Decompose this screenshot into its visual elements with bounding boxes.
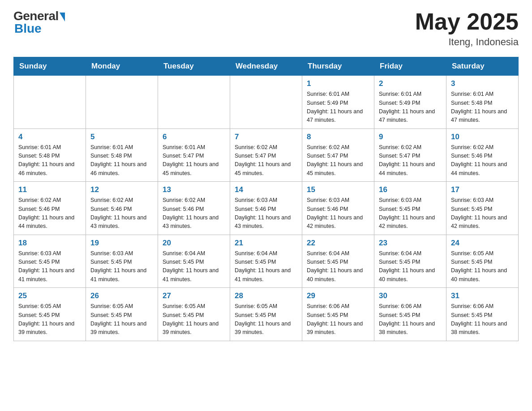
- calendar-day-cell: 6Sunrise: 6:01 AMSunset: 5:47 PMDaylight…: [158, 128, 230, 182]
- day-number: 29: [307, 291, 369, 300]
- day-number: 20: [163, 239, 225, 248]
- day-number: 26: [90, 291, 153, 300]
- calendar-week-row: 25Sunrise: 6:05 AMSunset: 5:45 PMDayligh…: [14, 288, 519, 341]
- calendar-day-cell: 23Sunrise: 6:04 AMSunset: 5:45 PMDayligh…: [374, 235, 446, 288]
- day-info: Sunrise: 6:05 AMSunset: 5:45 PMDaylight:…: [18, 302, 81, 337]
- col-header-sunday: Sunday: [14, 57, 86, 76]
- day-info: Sunrise: 6:01 AMSunset: 5:48 PMDaylight:…: [18, 143, 81, 178]
- day-number: 30: [379, 291, 442, 300]
- day-info: Sunrise: 6:05 AMSunset: 5:45 PMDaylight:…: [90, 302, 153, 337]
- col-header-monday: Monday: [86, 57, 158, 76]
- calendar-day-cell: 27Sunrise: 6:05 AMSunset: 5:45 PMDayligh…: [158, 288, 230, 341]
- day-number: 11: [18, 185, 81, 194]
- calendar-table: SundayMondayTuesdayWednesdayThursdayFrid…: [13, 57, 519, 341]
- day-number: 3: [451, 79, 514, 88]
- day-info: Sunrise: 6:02 AMSunset: 5:47 PMDaylight:…: [307, 143, 369, 178]
- day-info: Sunrise: 6:01 AMSunset: 5:48 PMDaylight:…: [451, 90, 514, 125]
- calendar-day-cell: 29Sunrise: 6:06 AMSunset: 5:45 PMDayligh…: [302, 288, 374, 341]
- day-number: 9: [379, 133, 442, 141]
- day-number: 15: [307, 185, 369, 194]
- day-number: 2: [379, 79, 442, 88]
- day-info: Sunrise: 6:02 AMSunset: 5:46 PMDaylight:…: [163, 196, 225, 231]
- calendar-day-cell: 14Sunrise: 6:03 AMSunset: 5:46 PMDayligh…: [230, 182, 302, 235]
- day-number: 21: [235, 239, 297, 248]
- page-header: General Blue May 2025 Iteng, Indonesia: [13, 9, 519, 48]
- day-number: 12: [90, 185, 153, 194]
- calendar-day-cell: 16Sunrise: 6:03 AMSunset: 5:45 PMDayligh…: [374, 182, 446, 235]
- logo: General Blue: [13, 9, 65, 36]
- day-info: Sunrise: 6:04 AMSunset: 5:45 PMDaylight:…: [379, 249, 442, 284]
- day-info: Sunrise: 6:03 AMSunset: 5:46 PMDaylight:…: [307, 196, 369, 231]
- calendar-day-cell: 21Sunrise: 6:04 AMSunset: 5:45 PMDayligh…: [230, 235, 302, 288]
- calendar-day-cell: [14, 76, 86, 129]
- day-info: Sunrise: 6:03 AMSunset: 5:45 PMDaylight:…: [379, 196, 442, 231]
- day-info: Sunrise: 6:02 AMSunset: 5:46 PMDaylight:…: [18, 196, 81, 231]
- day-number: 16: [379, 185, 442, 194]
- day-number: 18: [18, 239, 81, 248]
- calendar-day-cell: [230, 76, 302, 129]
- day-number: 31: [451, 291, 514, 300]
- day-info: Sunrise: 6:02 AMSunset: 5:47 PMDaylight:…: [379, 143, 442, 178]
- calendar-day-cell: 7Sunrise: 6:02 AMSunset: 5:47 PMDaylight…: [230, 128, 302, 182]
- day-number: 23: [379, 239, 442, 248]
- day-number: 13: [163, 185, 225, 194]
- day-info: Sunrise: 6:03 AMSunset: 5:45 PMDaylight:…: [90, 249, 153, 284]
- calendar-day-cell: 19Sunrise: 6:03 AMSunset: 5:45 PMDayligh…: [86, 235, 158, 288]
- day-number: 27: [163, 291, 225, 300]
- day-number: 4: [18, 133, 81, 141]
- calendar-day-cell: 24Sunrise: 6:05 AMSunset: 5:45 PMDayligh…: [446, 235, 519, 288]
- title-block: May 2025 Iteng, Indonesia: [415, 9, 519, 48]
- day-info: Sunrise: 6:06 AMSunset: 5:45 PMDaylight:…: [307, 302, 369, 337]
- col-header-friday: Friday: [374, 57, 446, 76]
- day-info: Sunrise: 6:02 AMSunset: 5:46 PMDaylight:…: [90, 196, 153, 231]
- col-header-saturday: Saturday: [446, 57, 519, 76]
- day-number: 7: [235, 133, 297, 141]
- calendar-day-cell: 8Sunrise: 6:02 AMSunset: 5:47 PMDaylight…: [302, 128, 374, 182]
- day-number: 1: [307, 79, 369, 88]
- day-number: 8: [307, 133, 369, 141]
- calendar-week-row: 1Sunrise: 6:01 AMSunset: 5:49 PMDaylight…: [14, 76, 519, 129]
- calendar-day-cell: [158, 76, 230, 129]
- calendar-header-row: SundayMondayTuesdayWednesdayThursdayFrid…: [14, 57, 519, 76]
- calendar-day-cell: 17Sunrise: 6:03 AMSunset: 5:45 PMDayligh…: [446, 182, 519, 235]
- day-info: Sunrise: 6:06 AMSunset: 5:45 PMDaylight:…: [451, 302, 514, 337]
- calendar-day-cell: 12Sunrise: 6:02 AMSunset: 5:46 PMDayligh…: [86, 182, 158, 235]
- calendar-day-cell: 13Sunrise: 6:02 AMSunset: 5:46 PMDayligh…: [158, 182, 230, 235]
- calendar-day-cell: 30Sunrise: 6:06 AMSunset: 5:45 PMDayligh…: [374, 288, 446, 341]
- month-year-title: May 2025: [415, 9, 519, 34]
- calendar-day-cell: 18Sunrise: 6:03 AMSunset: 5:45 PMDayligh…: [14, 235, 86, 288]
- day-info: Sunrise: 6:05 AMSunset: 5:45 PMDaylight:…: [451, 249, 514, 284]
- day-info: Sunrise: 6:03 AMSunset: 5:45 PMDaylight:…: [18, 249, 81, 284]
- calendar-day-cell: 10Sunrise: 6:02 AMSunset: 5:46 PMDayligh…: [446, 128, 519, 182]
- calendar-day-cell: 9Sunrise: 6:02 AMSunset: 5:47 PMDaylight…: [374, 128, 446, 182]
- day-number: 14: [235, 185, 297, 194]
- calendar-week-row: 4Sunrise: 6:01 AMSunset: 5:48 PMDaylight…: [14, 128, 519, 182]
- calendar-day-cell: 25Sunrise: 6:05 AMSunset: 5:45 PMDayligh…: [14, 288, 86, 341]
- day-info: Sunrise: 6:02 AMSunset: 5:47 PMDaylight:…: [235, 143, 297, 178]
- day-info: Sunrise: 6:01 AMSunset: 5:49 PMDaylight:…: [379, 90, 442, 125]
- calendar-day-cell: 15Sunrise: 6:03 AMSunset: 5:46 PMDayligh…: [302, 182, 374, 235]
- day-number: 10: [451, 133, 514, 141]
- day-number: 28: [235, 291, 297, 300]
- calendar-day-cell: 26Sunrise: 6:05 AMSunset: 5:45 PMDayligh…: [86, 288, 158, 341]
- calendar-day-cell: 22Sunrise: 6:04 AMSunset: 5:45 PMDayligh…: [302, 235, 374, 288]
- calendar-day-cell: 5Sunrise: 6:01 AMSunset: 5:48 PMDaylight…: [86, 128, 158, 182]
- day-info: Sunrise: 6:04 AMSunset: 5:45 PMDaylight:…: [163, 249, 225, 284]
- day-number: 24: [451, 239, 514, 248]
- calendar-day-cell: [86, 76, 158, 129]
- calendar-day-cell: 31Sunrise: 6:06 AMSunset: 5:45 PMDayligh…: [446, 288, 519, 341]
- calendar-day-cell: 2Sunrise: 6:01 AMSunset: 5:49 PMDaylight…: [374, 76, 446, 129]
- day-info: Sunrise: 6:02 AMSunset: 5:46 PMDaylight:…: [451, 143, 514, 178]
- day-number: 25: [18, 291, 81, 300]
- col-header-thursday: Thursday: [302, 57, 374, 76]
- calendar-day-cell: 3Sunrise: 6:01 AMSunset: 5:48 PMDaylight…: [446, 76, 519, 129]
- day-info: Sunrise: 6:04 AMSunset: 5:45 PMDaylight:…: [235, 249, 297, 284]
- day-info: Sunrise: 6:05 AMSunset: 5:45 PMDaylight:…: [163, 302, 225, 337]
- day-number: 19: [90, 239, 153, 248]
- day-info: Sunrise: 6:01 AMSunset: 5:48 PMDaylight:…: [90, 143, 153, 178]
- calendar-week-row: 11Sunrise: 6:02 AMSunset: 5:46 PMDayligh…: [14, 182, 519, 235]
- col-header-wednesday: Wednesday: [230, 57, 302, 76]
- day-info: Sunrise: 6:03 AMSunset: 5:46 PMDaylight:…: [235, 196, 297, 231]
- day-info: Sunrise: 6:06 AMSunset: 5:45 PMDaylight:…: [379, 302, 442, 337]
- day-info: Sunrise: 6:01 AMSunset: 5:47 PMDaylight:…: [163, 143, 225, 178]
